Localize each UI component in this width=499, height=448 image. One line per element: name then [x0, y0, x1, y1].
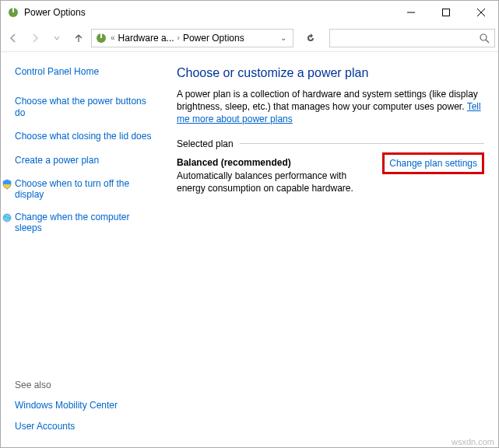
breadcrumb-hardware[interactable]: Hardware a...: [118, 33, 174, 44]
sidebar-link-closing-lid[interactable]: Choose what closing the lid does: [15, 131, 153, 142]
recent-dropdown[interactable]: [47, 29, 66, 47]
refresh-button[interactable]: [301, 29, 320, 47]
sidebar-link-power-buttons[interactable]: Choose what the power buttons do: [15, 96, 153, 118]
search-box[interactable]: [329, 29, 495, 47]
divider: [240, 143, 484, 144]
section-selected-plan: Selected plan: [177, 138, 484, 149]
breadcrumb-power-options[interactable]: Power Options: [183, 33, 244, 44]
page-description: A power plan is a collection of hardware…: [177, 88, 484, 126]
svg-rect-7: [100, 33, 102, 38]
change-plan-settings-link[interactable]: Change plan settings: [389, 158, 477, 169]
svg-rect-1: [12, 8, 14, 12]
chevron-down-icon[interactable]: ⌄: [277, 33, 290, 42]
control-panel-home-link[interactable]: Control Panel Home: [15, 66, 153, 77]
breadcrumb[interactable]: « Hardware a... › Power Options ⌄: [91, 29, 293, 47]
chevron-right-icon: «: [111, 33, 115, 42]
power-options-icon: [7, 6, 19, 19]
sidebar-link-create-plan[interactable]: Create a power plan: [15, 155, 153, 166]
minimize-button[interactable]: [393, 1, 428, 24]
search-icon: [479, 33, 490, 44]
window: Power Options « Hardware a... › Power Op…: [0, 0, 499, 448]
window-title: Power Options: [24, 7, 393, 18]
plan-description: Automatically balances performance with …: [177, 170, 376, 194]
plan-row: Balanced (recommended) Automatically bal…: [177, 157, 484, 194]
svg-line-9: [486, 40, 489, 43]
see-also-label: See also: [15, 380, 153, 390]
see-also-mobility-center[interactable]: Windows Mobility Center: [15, 400, 153, 411]
svg-rect-3: [442, 9, 449, 16]
sidebar-link-computer-sleeps[interactable]: Change when the computer sleeps: [15, 212, 153, 234]
sidebar-link-turn-off-display[interactable]: Choose when to turn off the display: [15, 178, 153, 201]
highlight-box: Change plan settings: [382, 152, 484, 174]
close-button[interactable]: [463, 1, 498, 24]
window-controls: [393, 1, 498, 24]
content: Choose or customize a power plan A power…: [163, 52, 498, 447]
see-also-user-accounts[interactable]: User Accounts: [15, 421, 153, 432]
body: Control Panel Home Choose what the power…: [1, 52, 498, 447]
chevron-right-icon: ›: [177, 33, 180, 42]
shield-icon: [1, 178, 13, 191]
up-button[interactable]: [69, 29, 88, 47]
maximize-button[interactable]: [428, 1, 463, 24]
globe-icon: [1, 212, 13, 224]
navbar: « Hardware a... › Power Options ⌄: [1, 24, 498, 52]
page-heading: Choose or customize a power plan: [177, 66, 484, 80]
forward-button[interactable]: [26, 29, 44, 47]
search-input[interactable]: [335, 33, 479, 44]
plan-info: Balanced (recommended) Automatically bal…: [177, 157, 376, 194]
svg-point-8: [480, 34, 487, 40]
sidebar: Control Panel Home Choose what the power…: [1, 52, 163, 447]
back-button[interactable]: [4, 29, 23, 47]
plan-name: Balanced (recommended): [177, 157, 376, 168]
control-panel-icon: [95, 32, 107, 44]
watermark: wsxdn.com: [452, 437, 494, 446]
titlebar: Power Options: [1, 1, 498, 24]
